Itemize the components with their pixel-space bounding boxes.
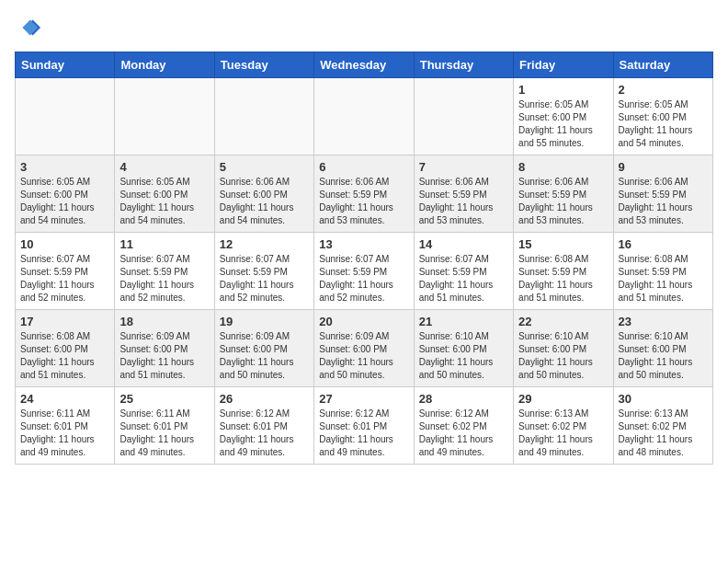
day-number: 1 — [518, 83, 608, 97]
day-number: 29 — [518, 392, 608, 406]
day-info: Sunrise: 6:11 AM Sunset: 6:01 PM Dayligh… — [119, 408, 209, 459]
day-info: Sunrise: 6:12 AM Sunset: 6:01 PM Dayligh… — [220, 408, 309, 459]
day-info: Sunrise: 6:05 AM Sunset: 6:00 PM Dayligh… — [20, 176, 109, 227]
calendar-day: 7Sunrise: 6:06 AM Sunset: 5:59 PM Daylig… — [414, 155, 513, 233]
weekday-header: Wednesday — [314, 52, 414, 78]
day-info: Sunrise: 6:07 AM Sunset: 5:59 PM Dayligh… — [20, 253, 109, 304]
day-info: Sunrise: 6:06 AM Sunset: 5:59 PM Dayligh… — [518, 176, 608, 227]
day-info: Sunrise: 6:08 AM Sunset: 5:59 PM Dayligh… — [619, 253, 708, 304]
calendar-week-row: 3Sunrise: 6:05 AM Sunset: 6:00 PM Daylig… — [16, 155, 713, 233]
day-number: 16 — [619, 237, 708, 251]
calendar-day: 22Sunrise: 6:10 AM Sunset: 6:00 PM Dayli… — [514, 310, 613, 387]
day-number: 21 — [419, 315, 508, 328]
day-number: 26 — [220, 392, 309, 406]
page-header — [15, 15, 713, 40]
day-info: Sunrise: 6:05 AM Sunset: 6:00 PM Dayligh… — [119, 176, 209, 227]
day-info: Sunrise: 6:06 AM Sunset: 5:59 PM Dayligh… — [319, 176, 408, 227]
day-number: 13 — [319, 237, 408, 251]
day-number: 3 — [20, 160, 109, 174]
calendar-day: 4Sunrise: 6:05 AM Sunset: 6:00 PM Daylig… — [115, 155, 214, 233]
calendar-day: 14Sunrise: 6:07 AM Sunset: 5:59 PM Dayli… — [414, 233, 513, 310]
logo — [15, 15, 44, 40]
calendar-day: 10Sunrise: 6:07 AM Sunset: 5:59 PM Dayli… — [16, 233, 115, 310]
day-info: Sunrise: 6:05 AM Sunset: 6:00 PM Dayligh… — [619, 98, 708, 150]
day-number: 25 — [119, 392, 209, 406]
calendar-week-row: 17Sunrise: 6:08 AM Sunset: 6:00 PM Dayli… — [16, 310, 713, 387]
day-info: Sunrise: 6:10 AM Sunset: 6:00 PM Dayligh… — [419, 330, 508, 382]
day-info: Sunrise: 6:06 AM Sunset: 5:59 PM Dayligh… — [419, 176, 508, 227]
day-number: 2 — [619, 83, 708, 97]
calendar-day: 16Sunrise: 6:08 AM Sunset: 5:59 PM Dayli… — [613, 233, 712, 310]
calendar-day: 18Sunrise: 6:09 AM Sunset: 6:00 PM Dayli… — [115, 310, 214, 387]
day-number: 5 — [220, 160, 309, 174]
calendar-day: 13Sunrise: 6:07 AM Sunset: 5:59 PM Dayli… — [314, 233, 414, 310]
logo-icon — [15, 15, 40, 40]
day-number: 22 — [518, 315, 608, 328]
calendar-day: 21Sunrise: 6:10 AM Sunset: 6:00 PM Dayli… — [414, 310, 513, 387]
day-number: 20 — [319, 315, 408, 328]
day-number: 7 — [419, 160, 508, 174]
day-info: Sunrise: 6:12 AM Sunset: 6:01 PM Dayligh… — [319, 408, 408, 459]
day-info: Sunrise: 6:10 AM Sunset: 6:00 PM Dayligh… — [619, 330, 708, 382]
calendar-day: 20Sunrise: 6:09 AM Sunset: 6:00 PM Dayli… — [314, 310, 414, 387]
day-info: Sunrise: 6:08 AM Sunset: 6:00 PM Dayligh… — [20, 330, 109, 382]
day-number: 9 — [619, 160, 708, 174]
day-number: 6 — [319, 160, 408, 174]
calendar-empty — [214, 78, 313, 155]
calendar-day: 23Sunrise: 6:10 AM Sunset: 6:00 PM Dayli… — [613, 310, 712, 387]
calendar-day: 19Sunrise: 6:09 AM Sunset: 6:00 PM Dayli… — [214, 310, 313, 387]
day-info: Sunrise: 6:06 AM Sunset: 6:00 PM Dayligh… — [220, 176, 309, 227]
day-info: Sunrise: 6:12 AM Sunset: 6:02 PM Dayligh… — [419, 408, 508, 459]
day-info: Sunrise: 6:09 AM Sunset: 6:00 PM Dayligh… — [119, 330, 209, 382]
calendar-empty — [414, 78, 513, 155]
day-number: 12 — [220, 237, 309, 251]
day-info: Sunrise: 6:07 AM Sunset: 5:59 PM Dayligh… — [319, 253, 408, 304]
day-number: 19 — [220, 315, 309, 328]
day-info: Sunrise: 6:05 AM Sunset: 6:00 PM Dayligh… — [518, 98, 608, 150]
calendar-day: 5Sunrise: 6:06 AM Sunset: 6:00 PM Daylig… — [214, 155, 313, 233]
day-info: Sunrise: 6:08 AM Sunset: 5:59 PM Dayligh… — [518, 253, 608, 304]
calendar-day: 17Sunrise: 6:08 AM Sunset: 6:00 PM Dayli… — [16, 310, 115, 387]
calendar-empty — [16, 78, 115, 155]
day-info: Sunrise: 6:09 AM Sunset: 6:00 PM Dayligh… — [220, 330, 309, 382]
weekday-header: Thursday — [414, 52, 513, 78]
calendar-empty — [115, 78, 214, 155]
calendar-day: 8Sunrise: 6:06 AM Sunset: 5:59 PM Daylig… — [514, 155, 613, 233]
calendar-day: 9Sunrise: 6:06 AM Sunset: 5:59 PM Daylig… — [613, 155, 712, 233]
day-number: 11 — [119, 237, 209, 251]
calendar-day: 28Sunrise: 6:12 AM Sunset: 6:02 PM Dayli… — [414, 387, 513, 465]
weekday-header: Friday — [514, 52, 613, 78]
calendar-day: 11Sunrise: 6:07 AM Sunset: 5:59 PM Dayli… — [115, 233, 214, 310]
calendar-day: 6Sunrise: 6:06 AM Sunset: 5:59 PM Daylig… — [314, 155, 414, 233]
day-number: 24 — [20, 392, 109, 406]
calendar-day: 24Sunrise: 6:11 AM Sunset: 6:01 PM Dayli… — [16, 387, 115, 465]
calendar-day: 12Sunrise: 6:07 AM Sunset: 5:59 PM Dayli… — [214, 233, 313, 310]
weekday-header: Monday — [115, 52, 214, 78]
calendar-header-row: SundayMondayTuesdayWednesdayThursdayFrid… — [16, 52, 713, 78]
weekday-header: Sunday — [16, 52, 115, 78]
day-number: 27 — [319, 392, 408, 406]
calendar-day: 3Sunrise: 6:05 AM Sunset: 6:00 PM Daylig… — [16, 155, 115, 233]
day-info: Sunrise: 6:06 AM Sunset: 5:59 PM Dayligh… — [619, 176, 708, 227]
calendar-day: 30Sunrise: 6:13 AM Sunset: 6:02 PM Dayli… — [613, 387, 712, 465]
day-number: 15 — [518, 237, 608, 251]
day-number: 4 — [119, 160, 209, 174]
svg-marker-1 — [22, 20, 38, 36]
day-number: 14 — [419, 237, 508, 251]
calendar-week-row: 10Sunrise: 6:07 AM Sunset: 5:59 PM Dayli… — [16, 233, 713, 310]
calendar-day: 2Sunrise: 6:05 AM Sunset: 6:00 PM Daylig… — [613, 78, 712, 155]
day-number: 18 — [119, 315, 209, 328]
day-number: 10 — [20, 237, 109, 251]
weekday-header: Tuesday — [214, 52, 313, 78]
day-info: Sunrise: 6:10 AM Sunset: 6:00 PM Dayligh… — [518, 330, 608, 382]
calendar-week-row: 1Sunrise: 6:05 AM Sunset: 6:00 PM Daylig… — [16, 78, 713, 155]
calendar-empty — [314, 78, 414, 155]
day-info: Sunrise: 6:07 AM Sunset: 5:59 PM Dayligh… — [119, 253, 209, 304]
calendar-day: 29Sunrise: 6:13 AM Sunset: 6:02 PM Dayli… — [514, 387, 613, 465]
day-info: Sunrise: 6:11 AM Sunset: 6:01 PM Dayligh… — [20, 408, 109, 459]
day-number: 30 — [619, 392, 708, 406]
day-number: 17 — [20, 315, 109, 328]
day-info: Sunrise: 6:13 AM Sunset: 6:02 PM Dayligh… — [619, 408, 708, 459]
day-info: Sunrise: 6:13 AM Sunset: 6:02 PM Dayligh… — [518, 408, 608, 459]
weekday-header: Saturday — [613, 52, 712, 78]
